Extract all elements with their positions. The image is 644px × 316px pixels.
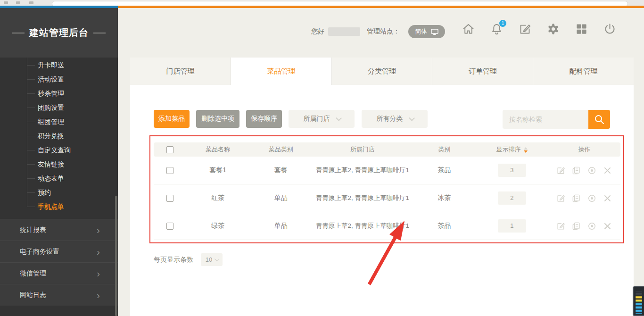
audio-level-widget (633, 286, 644, 316)
dish-stores: 青青原上草2, 青青原上草咖啡厅1 (313, 193, 413, 203)
dish-type: 套餐 (249, 166, 313, 175)
sidebar-item-friend-links[interactable]: 友情链接 (0, 157, 118, 171)
tab-dish-manage[interactable]: 菜品管理 (231, 58, 332, 85)
page-size-label: 每页显示条数 (154, 256, 193, 264)
chevron-down-icon (409, 115, 415, 121)
col-category: 类别 (413, 145, 476, 154)
sidebar-section-wechat[interactable]: 微信管理› (0, 262, 118, 284)
table-row: 绿茶 单品 青青原上草2, 青青原上草咖啡厅1 茶品 1 (154, 212, 620, 240)
username-redacted (328, 27, 360, 36)
user-bar: 您好 管理站点： 简体 (311, 24, 445, 40)
dish-name: 套餐1 (186, 166, 249, 175)
col-actions: 操作 (548, 145, 620, 154)
chevron-right-icon: › (97, 241, 100, 262)
pagination: 每页显示条数 10 (154, 253, 223, 266)
page-size-value: 10 (206, 256, 212, 263)
brand-title: 建站管理后台 (29, 26, 89, 39)
dish-category: 茶品 (413, 222, 476, 230)
sidebar-item-upgrade-gift[interactable]: 升卡即送 (0, 58, 118, 72)
sidebar-item-custom-query[interactable]: 自定义查询 (0, 143, 118, 157)
sidebar-section-ecommerce[interactable]: 电子商务设置› (0, 241, 118, 262)
language-switch-button[interactable]: 简体 (408, 25, 445, 38)
view-eye-icon[interactable] (587, 194, 596, 203)
sidebar-item-points-exchange[interactable]: 积分兑换 (0, 129, 118, 143)
store-filter-dropdown[interactable]: 所属门店 (289, 110, 355, 128)
section-label: 电子商务设置 (20, 248, 59, 255)
edit-icon[interactable] (556, 194, 565, 203)
greeting-label: 您好 (311, 27, 324, 36)
apps-grid-icon[interactable] (575, 23, 588, 35)
sidebar-item-dynamic-forms[interactable]: 动态表单 (0, 171, 118, 185)
monitor-icon (431, 29, 438, 35)
search-icon (594, 114, 605, 125)
select-all-checkbox[interactable] (166, 146, 173, 153)
chevron-right-icon: › (97, 284, 100, 306)
edit-icon[interactable] (556, 166, 565, 175)
tab-ingredient-manage[interactable]: 配料管理 (533, 58, 634, 85)
site-label: 管理站点： (367, 27, 400, 36)
search-input[interactable] (503, 110, 588, 129)
sort-arrows-icon[interactable] (524, 147, 528, 153)
browser-toolbar-fragment (16, 1, 20, 4)
sort-order-value[interactable]: 3 (498, 164, 526, 177)
tab-category-manage[interactable]: 分类管理 (332, 58, 433, 85)
section-label: 网站日志 (20, 291, 46, 299)
sidebar-item-flashsale[interactable]: 秒杀管理 (0, 86, 118, 100)
save-order-button[interactable]: 保存顺序 (246, 110, 282, 128)
sidebar-section-statistics[interactable]: 统计报表› (0, 219, 118, 241)
chevron-down-icon (215, 257, 219, 261)
brand-dash (93, 33, 106, 33)
topbar-orange-strip (118, 6, 644, 8)
edit-icon[interactable] (556, 222, 565, 231)
copy-icon[interactable] (572, 222, 581, 231)
sidebar-item-group-manage[interactable]: 组团管理 (0, 115, 118, 129)
delete-x-icon[interactable] (603, 194, 612, 203)
sort-order-value[interactable]: 1 (498, 219, 526, 233)
page-size-dropdown[interactable]: 10 (201, 253, 223, 266)
delete-x-icon[interactable] (603, 166, 612, 175)
sidebar-item-groupbuy-settings[interactable]: 团购设置 (0, 100, 118, 115)
sidebar-scrollbar[interactable] (115, 196, 117, 316)
dish-stores: 青青原上草2, 青青原上草咖啡厅1 (313, 166, 413, 175)
col-dish-type: 菜品类别 (249, 145, 313, 154)
browser-toolbar-fragment (4, 1, 8, 4)
dish-category: 茶品 (413, 166, 476, 175)
brand-dash (12, 33, 25, 33)
delete-selected-button[interactable]: 删除选中项 (196, 110, 239, 128)
table-row: 红茶 单品 青青原上草2, 青青原上草咖啡厅1 冰茶 2 (154, 184, 620, 212)
category-filter-dropdown[interactable]: 所有分类 (362, 110, 428, 128)
logout-power-icon[interactable] (603, 23, 616, 35)
sidebar-item-reservation[interactable]: 预约 (0, 185, 118, 200)
view-eye-icon[interactable] (587, 166, 596, 175)
category-filter-label: 所有分类 (377, 115, 403, 123)
sidebar-item-mobile-ordering[interactable]: 手机点单 (0, 200, 118, 214)
tab-store-manage[interactable]: 门店管理 (130, 58, 231, 85)
add-dish-button[interactable]: 添加菜品 (154, 110, 190, 128)
sidebar-submenu: 升卡即送 活动设置 秒杀管理 团购设置 组团管理 积分兑换 自定义查询 友情链接… (0, 58, 118, 214)
browser-chrome-sliver (0, 0, 644, 6)
settings-gear-icon[interactable] (547, 23, 560, 35)
row-checkbox[interactable] (166, 223, 173, 230)
dish-name: 绿茶 (186, 222, 249, 230)
row-actions (548, 166, 620, 175)
edit-icon[interactable] (519, 23, 531, 35)
chevron-right-icon: › (97, 263, 100, 284)
delete-x-icon[interactable] (603, 222, 612, 231)
col-sort-order[interactable]: 显示排序 (476, 145, 548, 154)
search-button[interactable] (588, 110, 610, 129)
copy-icon[interactable] (572, 166, 581, 175)
sidebar-item-activity-settings[interactable]: 活动设置 (0, 72, 118, 86)
sort-order-label: 显示排序 (496, 146, 521, 153)
browser-toolbar-fragment (29, 1, 33, 4)
sidebar-sections: 统计报表› 电子商务设置› 微信管理› 网站日志› (0, 219, 118, 306)
notifications-bell-icon[interactable]: 1 (490, 23, 503, 35)
header-icon-group: 1 (462, 23, 616, 35)
sidebar-section-sitelog[interactable]: 网站日志› (0, 284, 118, 306)
row-checkbox[interactable] (166, 195, 173, 202)
tab-order-manage[interactable]: 订单管理 (432, 58, 533, 85)
copy-icon[interactable] (572, 194, 581, 203)
home-icon[interactable] (462, 23, 475, 35)
sort-order-value[interactable]: 2 (498, 191, 526, 205)
view-eye-icon[interactable] (587, 222, 596, 231)
row-checkbox[interactable] (166, 167, 173, 174)
